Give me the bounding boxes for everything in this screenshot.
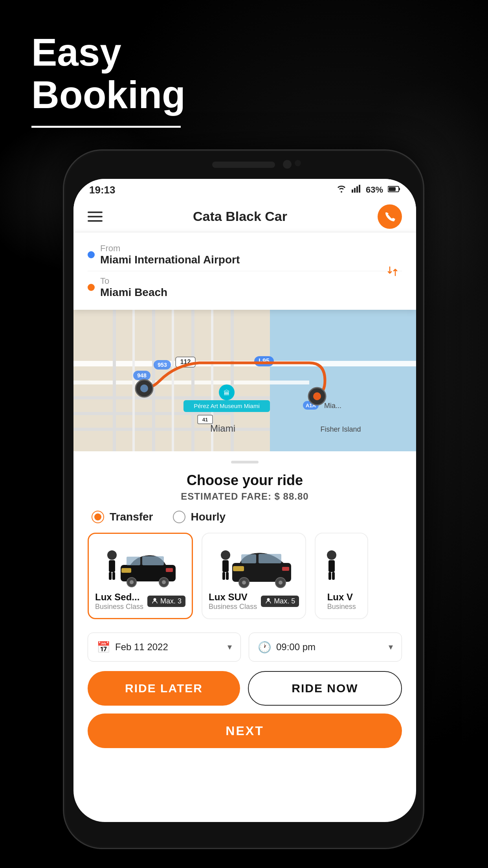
car-class-sedan: Business Class (95, 603, 143, 611)
phone-speaker (212, 162, 275, 168)
max-badge-suv: Max. 5 (261, 596, 299, 607)
call-button[interactable] (378, 204, 402, 229)
svg-rect-1 (354, 188, 356, 193)
svg-rect-47 (112, 572, 115, 580)
phone-frame: 19:13 63% Cata Black Car (63, 149, 424, 849)
svg-rect-60 (222, 572, 225, 580)
svg-rect-73 (328, 560, 335, 572)
svg-text:Pérez Art Museum Miami: Pérez Art Museum Miami (194, 403, 260, 409)
svg-rect-59 (222, 560, 229, 572)
svg-rect-2 (356, 186, 358, 193)
clock-icon: 🕐 (258, 641, 272, 654)
phone-camera-secondary (295, 160, 301, 166)
battery-icon (388, 185, 400, 195)
svg-text:41: 41 (202, 417, 208, 423)
time-value: 09:00 pm (272, 642, 389, 653)
svg-text:Mia...: Mia... (324, 402, 341, 410)
svg-rect-15 (152, 310, 155, 451)
car-info-sedan: Lux Sed... Business Class Max. 3 (95, 592, 185, 611)
svg-rect-49 (127, 557, 140, 565)
ride-later-button[interactable]: RIDE LATER (88, 671, 240, 706)
app-header: Cata Black Car (73, 201, 416, 232)
svg-point-57 (154, 598, 156, 601)
phone-screen: 19:13 63% Cata Black Car (73, 179, 416, 822)
svg-rect-74 (328, 572, 331, 580)
svg-rect-14 (113, 310, 116, 451)
section-title: Choose your ride (88, 472, 402, 489)
car-name-suv: Lux SUV (209, 592, 257, 603)
svg-text:953: 953 (158, 362, 167, 368)
from-row[interactable]: From Miami International Airport (88, 240, 402, 269)
car-options-list: Lux Sed... Business Class Max. 3 (88, 533, 402, 623)
max-label-suv: Max. 5 (274, 597, 295, 605)
hero-underline (31, 126, 181, 128)
car-name-v: Lux V (327, 592, 356, 603)
svg-rect-64 (259, 554, 281, 563)
svg-rect-5 (399, 188, 400, 190)
status-bar: 19:13 63% (73, 179, 416, 201)
max-badge-sedan: Max. 3 (147, 596, 185, 607)
car-card-lux-v[interactable]: Lux V Business (315, 533, 368, 619)
location-panel: From Miami International Airport To Miam… (73, 232, 416, 310)
svg-rect-45 (109, 560, 115, 572)
svg-text:Fisher Island: Fisher Island (320, 425, 361, 433)
svg-rect-50 (142, 556, 164, 565)
to-dot (88, 284, 95, 291)
svg-text:Miami: Miami (210, 423, 235, 434)
signal-icon (352, 185, 361, 195)
tab-transfer[interactable]: Transfer (92, 511, 153, 523)
svg-point-32 (140, 384, 148, 392)
to-value: Miami Beach (100, 286, 167, 298)
svg-text:948: 948 (137, 372, 147, 379)
to-row[interactable]: To Miami Beach (88, 273, 402, 302)
hourly-radio[interactable] (173, 511, 185, 523)
car-image-lux-suv (215, 541, 293, 588)
svg-point-58 (221, 550, 230, 560)
svg-rect-0 (352, 189, 353, 193)
menu-button[interactable] (88, 211, 103, 222)
transfer-radio[interactable] (92, 511, 104, 523)
tab-hourly[interactable]: Hourly (173, 511, 226, 523)
status-time: 19:13 (89, 184, 116, 196)
hourly-label: Hourly (191, 511, 226, 523)
map-area[interactable]: 112 I-95 948 953 A1A 🏛 (73, 310, 416, 451)
svg-rect-46 (109, 572, 112, 580)
ride-now-button[interactable]: RIDE NOW (248, 671, 402, 706)
ride-type-tabs: Transfer Hourly (88, 511, 402, 523)
svg-rect-63 (241, 554, 256, 563)
svg-point-71 (267, 598, 270, 601)
svg-rect-56 (166, 568, 173, 572)
svg-rect-70 (282, 567, 289, 571)
datetime-row: 📅 Feb 11 2022 ▾ 🕐 09:00 pm ▾ (88, 633, 402, 662)
svg-point-52 (130, 580, 134, 584)
car-name-sedan: Lux Sed... (95, 592, 143, 603)
svg-point-54 (162, 580, 166, 584)
from-value: Miami International Airport (100, 254, 240, 266)
battery-text: 63% (366, 185, 383, 195)
next-button[interactable]: NEXT (88, 714, 402, 748)
app-title: Cata Black Car (193, 209, 287, 224)
hero-title: Easy Booking (31, 31, 185, 116)
date-picker[interactable]: 📅 Feb 11 2022 ▾ (88, 633, 241, 662)
svg-rect-18 (132, 310, 135, 451)
svg-point-66 (242, 581, 246, 585)
date-chevron-icon: ▾ (227, 642, 232, 652)
to-label: To (100, 276, 167, 286)
bottom-sheet: Choose your ride ESTIMATED FARE: $ 88.80… (73, 451, 416, 756)
transfer-radio-inner (94, 513, 101, 520)
svg-rect-69 (233, 566, 244, 571)
svg-rect-16 (191, 310, 194, 451)
date-value: Feb 11 2022 (110, 642, 227, 653)
car-image-lux-sedan (101, 541, 180, 588)
svg-rect-19 (172, 310, 174, 451)
from-label: From (100, 243, 240, 254)
status-icons: 63% (336, 185, 400, 195)
svg-point-72 (327, 550, 336, 560)
max-label-sedan: Max. 3 (160, 597, 182, 605)
svg-point-34 (313, 392, 321, 400)
time-picker[interactable]: 🕐 09:00 pm ▾ (249, 633, 402, 662)
car-card-lux-suv[interactable]: Lux SUV Business Class Max. 5 (202, 533, 306, 619)
car-card-lux-sedan[interactable]: Lux Sed... Business Class Max. 3 (88, 533, 193, 619)
swap-locations-button[interactable] (383, 262, 402, 281)
ride-action-buttons: RIDE LATER RIDE NOW (88, 671, 402, 706)
